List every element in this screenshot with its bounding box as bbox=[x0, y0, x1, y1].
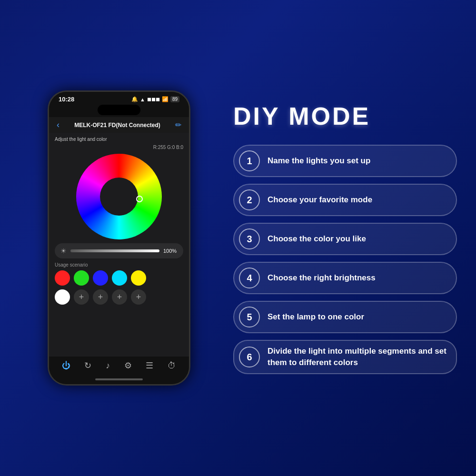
step-text-5: Set the lamp to one color bbox=[268, 311, 364, 323]
timer-nav-icon[interactable]: ⏱ bbox=[168, 361, 176, 371]
add-color-1[interactable]: + bbox=[74, 289, 89, 305]
power-nav-icon[interactable]: ⏻ bbox=[62, 361, 70, 371]
edit-button[interactable]: ✏ bbox=[175, 120, 181, 129]
brightness-value: 100% bbox=[163, 248, 178, 254]
step-text-2: Choose your favorite mode bbox=[268, 194, 372, 206]
color-preset-cyan[interactable] bbox=[112, 270, 127, 286]
add-color-4[interactable]: + bbox=[131, 289, 146, 305]
dynamic-island bbox=[49, 105, 189, 117]
color-preset-white[interactable] bbox=[55, 289, 70, 305]
adjust-label: Adjust the light and color bbox=[55, 137, 183, 142]
music-nav-icon[interactable]: ♪ bbox=[106, 361, 110, 371]
list-nav-icon[interactable]: ☰ bbox=[146, 360, 153, 371]
step-item-2: 2 Choose your favorite mode bbox=[233, 184, 457, 216]
effects-nav-icon[interactable]: ↻ bbox=[84, 360, 91, 371]
brightness-icon: ☀ bbox=[60, 247, 67, 255]
home-bar bbox=[95, 378, 143, 380]
main-container: 10:28 🔔 ▲ ◼◼◼ 📶 89 ‹ MELK-OF21 FD(Not Co… bbox=[0, 0, 476, 476]
step-item-1: 1 Name the lights you set up bbox=[233, 145, 457, 177]
color-picker-dot[interactable] bbox=[136, 196, 143, 202]
home-indicator bbox=[49, 377, 189, 384]
step-text-1: Name the lights you set up bbox=[268, 155, 370, 167]
phone-wrapper: 10:28 🔔 ▲ ◼◼◼ 📶 89 ‹ MELK-OF21 FD(Not Co… bbox=[19, 90, 219, 386]
status-icons: 🔔 ▲ ◼◼◼ 📶 89 bbox=[131, 96, 179, 102]
step-text-6: Divide the light into multiple segments … bbox=[268, 346, 446, 368]
step-number-1: 1 bbox=[239, 150, 260, 171]
usage-label: Usage scenario bbox=[55, 262, 183, 268]
island-pill bbox=[98, 105, 140, 115]
rgb-label: R:255 G:0 B:0 bbox=[55, 145, 183, 150]
color-preset-yellow[interactable] bbox=[131, 270, 146, 286]
color-wheel-container[interactable] bbox=[55, 154, 183, 239]
step-text-3: Choose the color you like bbox=[268, 233, 366, 245]
step-item-4: 4 Choose the right brightness bbox=[233, 262, 457, 294]
step-number-5: 5 bbox=[239, 307, 260, 327]
color-presets-row1 bbox=[55, 270, 183, 286]
color-preset-red[interactable] bbox=[55, 270, 70, 286]
status-time: 10:28 bbox=[59, 96, 74, 103]
app-body: Adjust the light and color R:255 G:0 B:0… bbox=[49, 133, 189, 357]
bottom-nav: ⏻ ↻ ♪ ⚙ ☰ ⏱ bbox=[49, 357, 189, 377]
phone: 10:28 🔔 ▲ ◼◼◼ 📶 89 ‹ MELK-OF21 FD(Not Co… bbox=[48, 90, 190, 386]
wifi-icon: ▲ bbox=[140, 97, 145, 102]
diy-section: DIY MODE 1 Name the lights you set up 2 … bbox=[219, 102, 457, 374]
add-color-2[interactable]: + bbox=[93, 289, 108, 305]
brightness-bar[interactable] bbox=[70, 249, 159, 252]
step-text-4: Choose the right brightness bbox=[268, 272, 376, 284]
signal-icon: ◼◼◼ bbox=[147, 96, 160, 102]
back-button[interactable]: ‹ bbox=[57, 120, 60, 130]
battery-indicator: 89 bbox=[170, 96, 179, 102]
notification-icon: 🔔 bbox=[131, 96, 138, 102]
color-preset-green[interactable] bbox=[74, 270, 89, 286]
step-item-6: 6 Divide the light into multiple segment… bbox=[233, 340, 457, 374]
step-number-4: 4 bbox=[239, 268, 260, 288]
wifi2-icon: 📶 bbox=[162, 96, 169, 102]
step-number-2: 2 bbox=[239, 189, 260, 210]
color-presets-row2: + + + + bbox=[55, 289, 183, 305]
color-wheel[interactable] bbox=[76, 154, 162, 239]
step-number-6: 6 bbox=[239, 347, 260, 367]
add-color-3[interactable]: + bbox=[112, 289, 127, 305]
diy-mode-title: DIY MODE bbox=[233, 102, 457, 130]
nav-title: MELK-OF21 FD(Not Connected) bbox=[74, 122, 160, 129]
step-item-5: 5 Set the lamp to one color bbox=[233, 301, 457, 333]
color-preset-blue[interactable] bbox=[93, 270, 108, 286]
step-item-3: 3 Choose the color you like bbox=[233, 223, 457, 255]
brightness-slider[interactable]: ☀ 100% bbox=[55, 243, 183, 258]
settings-nav-icon[interactable]: ⚙ bbox=[124, 360, 132, 371]
status-bar: 10:28 🔔 ▲ ◼◼◼ 📶 89 bbox=[49, 92, 189, 105]
app-nav-bar: ‹ MELK-OF21 FD(Not Connected) ✏ bbox=[49, 117, 189, 133]
steps-list: 1 Name the lights you set up 2 Choose yo… bbox=[233, 145, 457, 374]
step-number-3: 3 bbox=[239, 228, 260, 249]
